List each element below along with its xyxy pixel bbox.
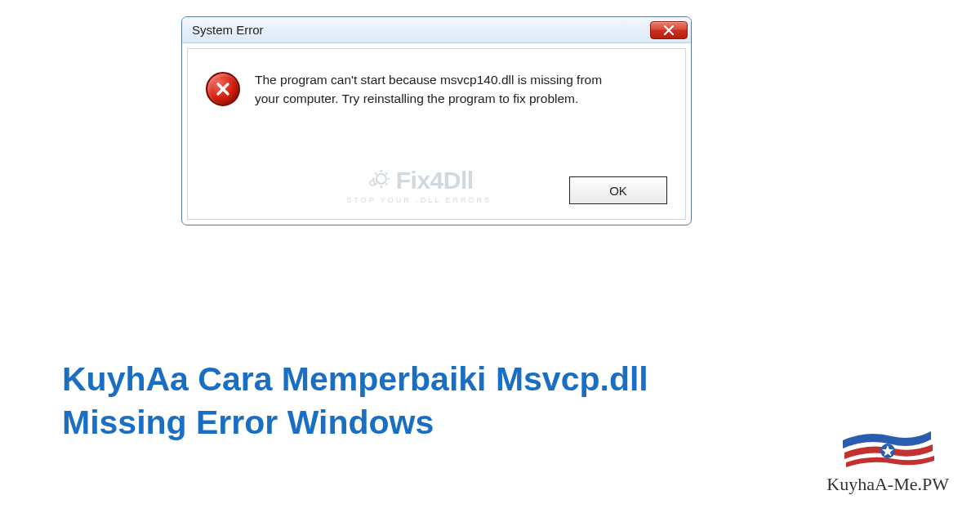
error-dialog: System Error The program can't start bec… <box>181 16 692 225</box>
site-logo: KuyhaA-Me.PW <box>826 428 949 495</box>
watermark-brand: Fix4Dll <box>396 167 474 194</box>
svg-point-0 <box>370 181 375 185</box>
svg-line-8 <box>385 173 387 175</box>
article-heading: KuyhAa Cara Memperbaiki Msvcp.dll Missin… <box>62 358 699 445</box>
watermark: Fix4Dll STOP YOUR .DLL ERRORS <box>346 167 492 204</box>
close-button[interactable] <box>650 21 688 39</box>
dialog-body: The program can't start because msvcp140… <box>187 48 686 220</box>
dialog-message: The program can't start because msvcp140… <box>255 70 614 109</box>
error-icon <box>206 72 240 106</box>
ok-button-label: OK <box>609 184 627 198</box>
svg-point-1 <box>376 174 386 184</box>
logo-graphic-icon <box>835 428 941 471</box>
title-bar: System Error <box>182 17 691 43</box>
svg-line-9 <box>375 184 376 185</box>
svg-line-7 <box>385 184 387 185</box>
site-name: KuyhaA-Me.PW <box>826 474 949 495</box>
svg-line-6 <box>375 173 376 175</box>
ok-button[interactable]: OK <box>569 176 667 204</box>
watermark-tagline: STOP YOUR .DLL ERRORS <box>346 196 492 204</box>
close-icon <box>663 25 675 35</box>
gear-icon <box>365 168 390 193</box>
dialog-title: System Error <box>192 23 264 37</box>
message-row: The program can't start because msvcp140… <box>206 70 667 109</box>
